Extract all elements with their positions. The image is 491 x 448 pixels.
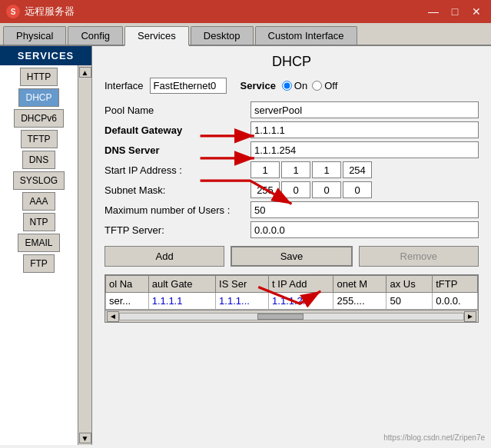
dns-server-row: DNS Server [105, 141, 479, 158]
max-users-input[interactable] [250, 201, 479, 218]
service-on-option[interactable]: On [282, 80, 307, 91]
cell-dns: 1.1.1... [216, 293, 269, 310]
col-start-ip: t IP Add [269, 276, 333, 293]
start-ip-part1[interactable] [250, 161, 280, 178]
tftp-server-row: TFTP Server: [105, 221, 479, 238]
main-content: SERVICES HTTP DHCP DHCPv6 TFTP DNS SYSLO… [0, 46, 491, 445]
interface-input[interactable] [150, 78, 227, 94]
sidebar-item-aaa[interactable]: AAA [22, 192, 55, 211]
button-row: Add Save Remove [105, 246, 479, 267]
start-ip-part2[interactable] [281, 161, 310, 178]
tab-config[interactable]: Config [68, 26, 123, 45]
data-table: ol Na ault Gate IS Ser t IP Add onet M a… [105, 275, 478, 310]
service-off-label: Off [324, 80, 337, 91]
save-button[interactable]: Save [231, 246, 352, 267]
max-users-label: Maximum number of Users : [105, 204, 250, 216]
service-on-label: On [294, 80, 307, 91]
tab-services[interactable]: Services [124, 26, 189, 46]
panel-title: DHCP [105, 54, 479, 70]
col-tftp: tFTP [433, 276, 478, 293]
sidebar-item-http[interactable]: HTTP [20, 68, 58, 86]
cell-tftp: 0.0.0. [433, 293, 478, 310]
subnet-mask-part2[interactable] [281, 181, 310, 198]
start-ip-part3[interactable] [312, 161, 341, 178]
table-row[interactable]: ser... 1.1.1.1 1.1.1... 1.1.1.2... 255..… [106, 293, 478, 310]
subnet-mask-row: Subnet Mask: [105, 181, 479, 198]
table-header-row: ol Na ault Gate IS Ser t IP Add onet M a… [106, 276, 478, 293]
pool-name-label: Pool Name [105, 105, 250, 116]
sidebar-item-ftp[interactable]: FTP [23, 254, 55, 273]
tab-custom-interface[interactable]: Custom Interface [255, 26, 357, 45]
service-off-radio[interactable] [312, 81, 322, 91]
default-gateway-row: Default Gateway [105, 121, 479, 138]
horizontal-scrollbar[interactable]: ◄ ► [105, 310, 478, 322]
cell-start-ip: 1.1.1.2... [269, 293, 333, 310]
tab-physical[interactable]: Physical [3, 26, 66, 45]
service-on-radio[interactable] [282, 81, 292, 91]
app-icon: S [6, 5, 20, 18]
sidebar-item-dhcpv6[interactable]: DHCPv6 [14, 109, 64, 128]
sidebar-item-ntp[interactable]: NTP [23, 213, 55, 231]
table-wrapper: ol Na ault Gate IS Ser t IP Add onet M a… [105, 274, 479, 323]
scroll-thumb[interactable] [257, 314, 304, 320]
service-off-option[interactable]: Off [312, 80, 337, 91]
scroll-right-arrow[interactable]: ► [464, 311, 476, 322]
sidebar: SERVICES HTTP DHCP DHCPv6 TFTP DNS SYSLO… [0, 46, 92, 445]
title-bar-controls: — □ ✕ [425, 5, 485, 18]
subnet-mask-part3[interactable] [312, 181, 341, 198]
col-dns: IS Ser [216, 276, 269, 293]
service-label: Service [241, 80, 276, 91]
start-ip-group [250, 161, 372, 178]
title-bar-title: 远程服务器 [25, 5, 75, 18]
radio-group: On Off [282, 80, 337, 91]
sidebar-item-email[interactable]: EMAIL [18, 234, 59, 252]
remove-button[interactable]: Remove [359, 246, 479, 267]
scroll-down-arrow[interactable]: ▼ [79, 433, 91, 443]
scroll-left-arrow[interactable]: ◄ [107, 311, 119, 322]
right-panel: DHCP Interface Service On Off Pool Name [92, 46, 491, 445]
sidebar-scroll: HTTP DHCP DHCPv6 TFTP DNS SYSLOG AAA NTP… [0, 65, 78, 275]
start-ip-part4[interactable] [343, 161, 372, 178]
sidebar-list: HTTP DHCP DHCPv6 TFTP DNS SYSLOG AAA NTP… [0, 65, 78, 445]
add-button[interactable]: Add [105, 246, 224, 267]
start-ip-row: Start IP Address : [105, 161, 479, 178]
subnet-mask-part1[interactable] [250, 181, 280, 198]
max-users-row: Maximum number of Users : [105, 201, 479, 218]
col-max-users: ax Us [386, 276, 433, 293]
tab-bar: Physical Config Services Desktop Custom … [0, 23, 491, 46]
start-ip-label: Start IP Address : [105, 164, 250, 176]
watermark: https://blog.csdn.net/Zripen7e [383, 433, 485, 442]
col-pool-name: ol Na [106, 276, 149, 293]
scroll-track[interactable] [119, 313, 464, 320]
title-bar: S 远程服务器 — □ ✕ [0, 0, 491, 23]
pool-name-row: Pool Name [105, 101, 479, 118]
col-gateway: ault Gate [148, 276, 215, 293]
cell-gateway: 1.1.1.1 [148, 293, 215, 310]
maximize-button[interactable]: □ [446, 5, 463, 18]
interface-label: Interface [105, 80, 144, 91]
default-gateway-label: Default Gateway [105, 124, 250, 136]
sidebar-scrollbar: ▲ ▼ [78, 65, 91, 445]
cell-pool-name: ser... [106, 293, 149, 310]
sidebar-with-scroll: HTTP DHCP DHCPv6 TFTP DNS SYSLOG AAA NTP… [0, 65, 91, 445]
title-bar-left: S 远程服务器 [6, 5, 75, 18]
close-button[interactable]: ✕ [468, 5, 485, 18]
tftp-server-input[interactable] [250, 221, 479, 238]
sidebar-item-dns[interactable]: DNS [22, 151, 55, 169]
sidebar-header: SERVICES [0, 46, 91, 65]
subnet-mask-part4[interactable] [343, 181, 372, 198]
sidebar-item-syslog[interactable]: SYSLOG [13, 171, 65, 190]
sidebar-item-dhcp[interactable]: DHCP [18, 88, 58, 107]
scroll-up-arrow[interactable]: ▲ [79, 67, 91, 78]
minimize-button[interactable]: — [425, 5, 442, 18]
sidebar-item-tftp[interactable]: TFTP [21, 130, 58, 148]
cell-max-users: 50 [386, 293, 433, 310]
tab-desktop[interactable]: Desktop [191, 26, 254, 45]
dns-server-input[interactable] [250, 141, 479, 158]
pool-name-input[interactable] [250, 101, 479, 118]
default-gateway-input[interactable] [250, 121, 479, 138]
subnet-mask-label: Subnet Mask: [105, 184, 250, 196]
tftp-server-label: TFTP Server: [105, 224, 250, 236]
subnet-mask-group [250, 181, 372, 198]
interface-row: Interface Service On Off [105, 78, 479, 94]
